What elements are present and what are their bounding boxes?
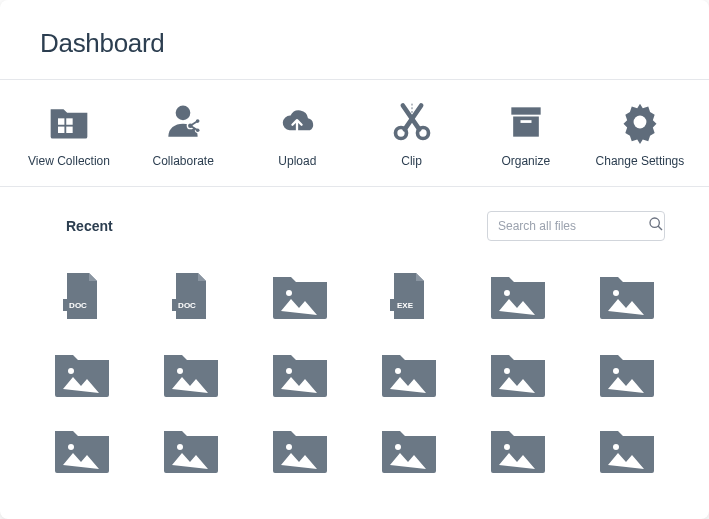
view-collection-button[interactable]: View Collection xyxy=(24,98,114,168)
content-header: Recent xyxy=(44,211,665,241)
organize-button[interactable]: Organize xyxy=(481,98,571,168)
folder-image[interactable] xyxy=(266,425,335,475)
svg-rect-3 xyxy=(66,127,72,133)
search-box[interactable] xyxy=(487,211,665,241)
content-area: Recent DOC xyxy=(0,187,709,475)
archive-box-icon xyxy=(502,98,550,146)
action-label: View Collection xyxy=(28,154,110,168)
svg-point-37 xyxy=(68,444,74,450)
folder-image[interactable] xyxy=(483,269,552,323)
svg-line-21 xyxy=(658,226,662,230)
file-exe[interactable]: EXE xyxy=(375,269,444,323)
file-grid: DOC DOC xyxy=(44,269,665,475)
svg-point-31 xyxy=(68,368,74,374)
folder-image[interactable] xyxy=(483,349,552,399)
svg-rect-18 xyxy=(520,120,531,123)
folder-image[interactable] xyxy=(483,425,552,475)
svg-point-41 xyxy=(504,444,510,450)
header: Dashboard xyxy=(0,0,709,79)
folder-image[interactable] xyxy=(266,349,335,399)
upload-button[interactable]: Upload xyxy=(252,98,342,168)
cloud-upload-icon xyxy=(273,98,321,146)
action-label: Change Settings xyxy=(596,154,685,168)
search-icon xyxy=(648,216,664,236)
svg-point-40 xyxy=(395,444,401,450)
svg-point-30 xyxy=(613,290,619,296)
folder-image[interactable] xyxy=(592,349,661,399)
svg-point-33 xyxy=(286,368,292,374)
recent-section-title: Recent xyxy=(44,218,113,234)
search-input[interactable] xyxy=(498,219,648,233)
svg-rect-17 xyxy=(513,117,539,137)
folder-image[interactable] xyxy=(157,349,226,399)
action-label: Upload xyxy=(278,154,316,168)
svg-point-29 xyxy=(504,290,510,296)
folder-image[interactable] xyxy=(375,425,444,475)
toolbar: View Collection Collaborate xyxy=(0,80,709,187)
change-settings-button[interactable]: Change Settings xyxy=(595,98,685,168)
svg-rect-16 xyxy=(511,107,540,114)
svg-text:DOC: DOC xyxy=(70,301,88,310)
folder-image[interactable] xyxy=(266,269,335,323)
svg-point-20 xyxy=(650,218,659,227)
svg-point-26 xyxy=(286,290,292,296)
svg-point-35 xyxy=(504,368,510,374)
dashboard-card: Dashboard View Collection xyxy=(0,0,709,519)
svg-point-34 xyxy=(395,368,401,374)
folder-image[interactable] xyxy=(157,425,226,475)
folder-image[interactable] xyxy=(48,349,117,399)
action-label: Clip xyxy=(401,154,422,168)
svg-point-38 xyxy=(177,444,183,450)
scissors-icon xyxy=(388,98,436,146)
svg-rect-0 xyxy=(58,118,64,124)
folder-image[interactable] xyxy=(375,349,444,399)
action-label: Organize xyxy=(501,154,550,168)
file-doc[interactable]: DOC xyxy=(157,269,226,323)
svg-point-32 xyxy=(177,368,183,374)
svg-point-39 xyxy=(286,444,292,450)
svg-point-36 xyxy=(613,368,619,374)
svg-text:EXE: EXE xyxy=(397,301,414,310)
svg-text:DOC: DOC xyxy=(178,301,196,310)
svg-point-4 xyxy=(176,106,191,121)
file-doc[interactable]: DOC xyxy=(48,269,117,323)
folder-image[interactable] xyxy=(592,269,661,323)
svg-point-42 xyxy=(613,444,619,450)
collaborate-icon xyxy=(159,98,207,146)
clip-button[interactable]: Clip xyxy=(367,98,457,168)
svg-point-19 xyxy=(634,116,647,129)
page-title: Dashboard xyxy=(40,28,669,59)
collection-folder-icon xyxy=(45,98,93,146)
collaborate-button[interactable]: Collaborate xyxy=(138,98,228,168)
svg-rect-2 xyxy=(58,127,64,133)
folder-image[interactable] xyxy=(48,425,117,475)
svg-rect-1 xyxy=(66,118,72,124)
gear-icon xyxy=(616,98,664,146)
action-label: Collaborate xyxy=(153,154,214,168)
folder-image[interactable] xyxy=(592,425,661,475)
